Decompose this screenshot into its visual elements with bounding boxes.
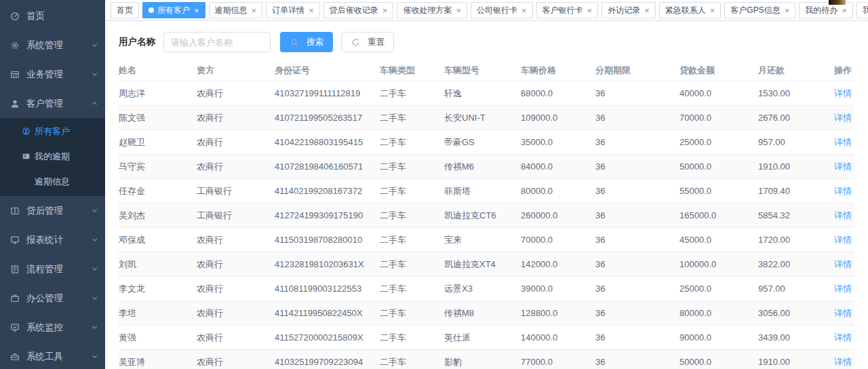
detail-link[interactable]: 详情 [834, 308, 852, 318]
cell-6: 36 [595, 203, 679, 228]
detail-link[interactable]: 详情 [834, 332, 852, 343]
detail-link[interactable]: 详情 [834, 357, 852, 367]
sidebar-item-customer-mgmt[interactable]: 客户管理 [0, 89, 105, 118]
tab-visit-records[interactable]: 外访记录× [601, 2, 656, 18]
customer-name-input[interactable] [163, 32, 271, 52]
cell-6: 36 [595, 179, 679, 203]
cell-2: 410422198803195415 [275, 130, 380, 155]
cell-7: 50000.0 [679, 350, 758, 369]
sidebar-item-system-tools[interactable]: 系统工具 [0, 342, 105, 369]
reset-button-label: 重置 [368, 37, 384, 48]
cell-2: 410728198406160571 [275, 155, 380, 179]
cell-5: 35000.0 [521, 130, 595, 155]
cell-6: 36 [595, 130, 679, 155]
detail-link[interactable]: 详情 [834, 235, 852, 245]
cell-2: 41152720000215809X [275, 326, 380, 350]
sidebar-subitem-overdue-info[interactable]: 逾期信息 [0, 169, 105, 194]
tab-close-icon[interactable]: × [710, 6, 715, 15]
cell-5: 39000.0 [521, 277, 595, 301]
search-field-label: 用户名称 [119, 36, 155, 48]
sidebar-item-report-stats[interactable]: 报表统计 [0, 225, 105, 254]
active-dot-icon [149, 7, 154, 13]
tab-close-icon[interactable]: × [587, 6, 593, 15]
table-row: 李培农商行41142119950822450X二手车传祺M8128800.036… [119, 301, 854, 326]
tab-close-icon[interactable]: × [842, 6, 847, 15]
cell-5: 128800.0 [521, 301, 595, 326]
table-body: 周志洋农商行410327199111112819二手车轩逸68000.03640… [119, 81, 854, 369]
tab-home[interactable]: 首页 [111, 2, 139, 18]
detail-link[interactable]: 详情 [834, 161, 852, 172]
detail-link[interactable]: 详情 [834, 113, 852, 123]
cell-3: 二手车 [380, 130, 444, 155]
detail-link[interactable]: 详情 [834, 284, 852, 294]
sidebar-item-office-mgmt[interactable]: 办公管理 [0, 284, 105, 313]
cell-action: 详情 [834, 106, 854, 130]
tab-label: 外访记录 [608, 5, 640, 16]
sidebar-item-home[interactable]: 首页 [0, 1, 105, 31]
sidebar-item-postloan-mgmt[interactable]: 贷后管理 [0, 196, 105, 225]
tab-customer-bankcard[interactable]: 客户银行卡× [536, 2, 599, 18]
cell-7: 90000.0 [679, 326, 758, 350]
cell-8: 1709.40 [758, 179, 834, 203]
user-icon [9, 98, 20, 109]
office-icon [9, 293, 20, 304]
table-row: 任存金工商银行411402199208167372二手车菲斯塔80000.036… [119, 179, 854, 203]
tab-close-icon[interactable]: × [521, 6, 527, 15]
cell-1: 工商银行 [197, 203, 275, 228]
sidebar-item-label: 客户管理 [26, 98, 91, 110]
tab-all-customers[interactable]: 所有客户× [142, 2, 205, 18]
cell-4: 凯迪拉克XT4 [444, 252, 521, 277]
tab-close-icon[interactable]: × [309, 6, 314, 15]
reset-button[interactable]: 重置 [341, 32, 394, 52]
cell-8: 1910.00 [758, 155, 834, 179]
cell-action: 详情 [834, 350, 854, 369]
tab-close-icon[interactable]: × [252, 6, 257, 15]
sidebar-item-label: 系统监控 [26, 322, 91, 334]
cell-0: 陈文强 [119, 106, 197, 130]
sidebar-item-system-monitor[interactable]: 系统监控 [0, 313, 105, 342]
tab-close-icon[interactable]: × [644, 6, 650, 15]
sidebar-item-business-mgmt[interactable]: 业务管理 [0, 60, 105, 89]
tab-close-icon[interactable]: × [785, 6, 790, 15]
tab-my-process[interactable]: 我的流程× [856, 2, 868, 18]
sidebar-subitem-my-overdue[interactable]: 我的逾期 [0, 144, 105, 169]
tab-collect-plans[interactable]: 催收处理方案× [397, 2, 467, 18]
detail-link[interactable]: 详情 [834, 137, 852, 147]
cell-0: 赵晓卫 [119, 130, 197, 155]
tab-close-icon[interactable]: × [194, 6, 199, 15]
tab-company-bankcard[interactable]: 公司银行卡× [471, 2, 533, 18]
sidebar-item-process-mgmt[interactable]: 流程管理 [0, 254, 105, 284]
tab-close-icon[interactable]: × [382, 6, 388, 15]
detail-link[interactable]: 详情 [834, 259, 852, 269]
content-panel: 用户名称 搜索 重置 姓名资方身份证号车辆类型车辆型号车辆价格分期期限贷款金额 [105, 21, 868, 369]
cell-2: 411402199208167372 [275, 179, 380, 203]
tab-order-detail[interactable]: 订单详情× [266, 2, 320, 18]
cell-8: 3439.00 [758, 326, 834, 350]
tab-customer-gps[interactable]: 客户GPS信息× [724, 2, 795, 18]
cell-7: 45000.0 [679, 228, 758, 252]
cell-5: 109000.0 [521, 106, 595, 130]
tab-label: 我的待办 [805, 5, 837, 16]
detail-link[interactable]: 详情 [834, 210, 852, 220]
tab-overdue-info[interactable]: 逾期信息× [209, 2, 263, 18]
table-icon [9, 69, 20, 80]
cell-8: 957.00 [758, 277, 834, 301]
tab-emergency-contacts[interactable]: 紧急联系人× [659, 2, 722, 18]
cell-2: 412724199309175190 [275, 203, 380, 228]
cell-8: 2676.00 [758, 106, 834, 130]
search-button[interactable]: 搜索 [280, 32, 333, 52]
cell-0: 黄强 [119, 326, 197, 350]
tab-postloan-collect-records[interactable]: 贷后催收记录× [323, 2, 394, 18]
process-icon [9, 264, 20, 275]
cell-5: 260000.0 [521, 203, 595, 228]
tab-close-icon[interactable]: × [456, 6, 461, 15]
detail-link[interactable]: 详情 [834, 88, 852, 98]
cell-4: 英仕派 [444, 326, 521, 350]
cell-3: 二手车 [380, 228, 444, 252]
app-layout: 首页系统管理业务管理客户管理所有客户我的逾期逾期信息贷后管理报表统计流程管理办公… [0, 0, 868, 369]
cell-1: 农商行 [197, 130, 275, 155]
sidebar-item-system-mgmt[interactable]: 系统管理 [0, 31, 105, 60]
sidebar-subitem-all-customers[interactable]: 所有客户 [0, 119, 105, 144]
cell-7: 25000.0 [679, 277, 758, 301]
detail-link[interactable]: 详情 [834, 186, 852, 196]
